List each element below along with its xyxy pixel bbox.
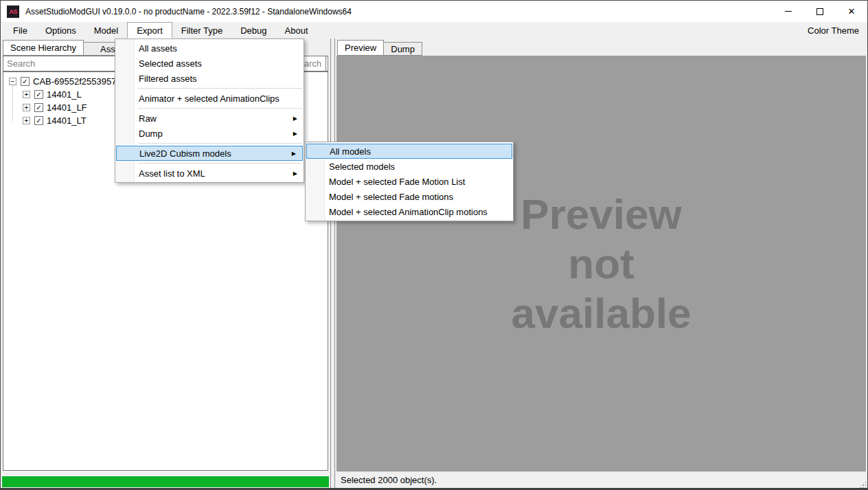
menu-separator: [138, 108, 302, 109]
minimize-button[interactable]: [773, 1, 804, 22]
tree-node-label[interactable]: 14401_LT: [47, 115, 87, 126]
menu-item-label: Asset list to XML: [139, 168, 205, 179]
menu-about[interactable]: About: [276, 22, 317, 38]
expand-icon[interactable]: +: [23, 117, 30, 124]
window-bottom-edge: [1, 488, 867, 489]
menu-separator: [138, 143, 302, 144]
menubar: File Options Model Export Filter Type De…: [1, 22, 867, 38]
preview-area: Preview not available: [336, 56, 866, 471]
expand-icon[interactable]: +: [23, 104, 30, 111]
menu-item-asset-list-to-xml[interactable]: Asset list to XML ▶: [115, 166, 304, 181]
submenu-arrow-icon: ▶: [293, 131, 297, 137]
menu-debug[interactable]: Debug: [231, 22, 275, 38]
menu-model[interactable]: Model: [85, 22, 127, 38]
preview-message-line: available: [512, 289, 692, 338]
tab-scene-hierarchy[interactable]: Scene Hierarchy: [3, 40, 84, 56]
progress-fill: [2, 476, 329, 487]
tree-checkbox[interactable]: ✓: [34, 103, 43, 112]
right-tab-row: Preview Dump: [337, 40, 422, 56]
export-dropdown-menu: All assets Selected assets Filtered asse…: [115, 38, 304, 183]
submenu-arrow-icon: ▶: [293, 170, 297, 177]
titlebar: AS AssetStudioModGUI v0.19.0.0 - no prod…: [1, 1, 867, 22]
tree-checkbox[interactable]: ✓: [34, 116, 43, 125]
menu-item-label: Live2D Cubism models: [139, 148, 231, 159]
app-icon: AS: [7, 5, 19, 18]
menu-separator: [138, 88, 302, 89]
tree-connector: [12, 86, 13, 122]
progress-bar: [2, 476, 329, 487]
preview-message-line: not: [568, 239, 634, 289]
tree-checkbox[interactable]: ✓: [34, 90, 43, 99]
submenu-arrow-icon: ▶: [293, 115, 297, 122]
tree-node-label[interactable]: 14401_LF: [47, 102, 87, 113]
maximize-button[interactable]: [804, 1, 836, 22]
menu-item-label: Dump: [139, 129, 163, 139]
close-icon: ✕: [848, 7, 856, 16]
menu-color-theme[interactable]: Color Theme: [799, 22, 867, 38]
right-panel: Preview Dump Preview not available Selec…: [334, 38, 867, 489]
minimize-icon: [785, 11, 792, 12]
tab-dump[interactable]: Dump: [383, 42, 422, 56]
live2d-submenu: All models Selected models Model + selec…: [305, 142, 514, 221]
tree-checkbox[interactable]: ✓: [21, 77, 30, 86]
expand-icon[interactable]: +: [23, 91, 30, 98]
submenu-arrow-icon: ▶: [292, 151, 296, 157]
menu-separator: [138, 163, 302, 164]
tree-node-label[interactable]: CAB-69552f2553957c: [33, 76, 121, 87]
submenu-item-all-models[interactable]: All models: [306, 144, 512, 159]
menu-item-label: Raw: [139, 113, 157, 124]
menu-item-selected-assets[interactable]: Selected assets: [115, 56, 304, 71]
menu-item-filtered-assets[interactable]: Filtered assets: [115, 71, 304, 86]
collapse-icon[interactable]: −: [9, 78, 16, 85]
status-text: Selected 2000 object(s).: [341, 475, 437, 485]
menu-file[interactable]: File: [4, 22, 36, 38]
tab-preview[interactable]: Preview: [337, 40, 384, 56]
menu-filter-type[interactable]: Filter Type: [172, 22, 231, 38]
submenu-item-model-fade-motions[interactable]: Model + selected Fade motions: [306, 189, 513, 204]
preview-message-line: Preview: [521, 190, 681, 239]
menu-item-raw[interactable]: Raw ▶: [115, 111, 304, 126]
app-window: AS AssetStudioModGUI v0.19.0.0 - no prod…: [0, 0, 868, 490]
maximize-icon: [816, 8, 823, 15]
menu-options[interactable]: Options: [36, 22, 85, 38]
menu-item-all-assets[interactable]: All assets: [115, 41, 304, 56]
submenu-item-model-animationclip-motions[interactable]: Model + selected AnimationClip motions: [306, 204, 513, 219]
tree-node-label[interactable]: 14401_L: [47, 89, 82, 100]
menu-item-dump[interactable]: Dump ▶: [115, 126, 304, 141]
submenu-item-model-fade-motion-list[interactable]: Model + selected Fade Motion List: [306, 174, 513, 189]
window-title: AssetStudioModGUI v0.19.0.0 - no product…: [25, 7, 352, 16]
window-controls: ✕: [773, 1, 867, 22]
menu-item-live2d-cubism-models[interactable]: Live2D Cubism models ▶: [116, 146, 303, 161]
menu-export[interactable]: Export: [127, 22, 172, 38]
menu-item-animator-animationclips[interactable]: Animator + selected AnimationClips: [115, 91, 304, 106]
submenu-item-selected-models[interactable]: Selected models: [306, 159, 513, 174]
statusbar: Selected 2000 object(s).: [335, 471, 867, 488]
close-button[interactable]: ✕: [836, 1, 867, 22]
